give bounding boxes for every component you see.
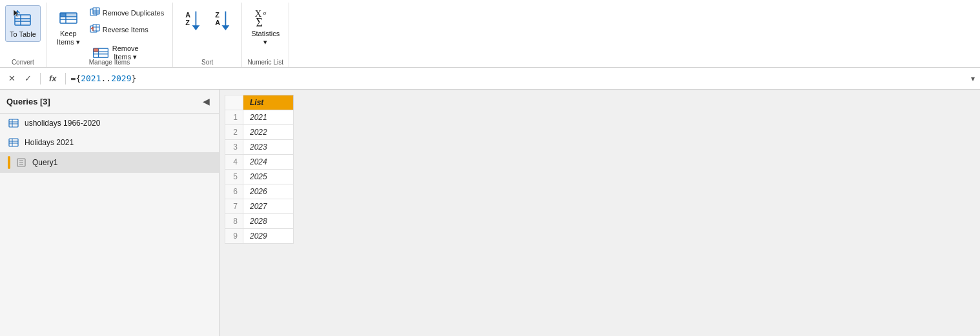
reverse-items-button[interactable]: Reverse Items — [87, 22, 167, 37]
row-value[interactable]: 2025 — [243, 170, 294, 184]
content-area: List 12021220223202342024520256202672027… — [219, 90, 980, 336]
row-number: 9 — [225, 229, 243, 244]
svg-rect-8 — [60, 13, 66, 17]
sort-asc-button[interactable]: A Z — [178, 8, 207, 34]
ribbon-group-sort: A Z Z A Sort — [173, 3, 242, 67]
sidebar-item-label-holidays2021: Holidays 2021 — [25, 138, 74, 147]
svg-rect-9 — [66, 13, 77, 17]
manage-items-group-label: Manage Items — [46, 59, 172, 66]
sort-buttons: A Z Z A — [178, 5, 236, 43]
keep-items-label: KeepItems ▾ — [57, 30, 80, 46]
sidebar-item-usholidays[interactable]: usholidays 1966-2020 — [0, 114, 219, 133]
row-number: 6 — [225, 184, 243, 199]
query-table-icon2 — [8, 137, 19, 148]
row-value[interactable]: 2026 — [243, 184, 294, 199]
statistics-button[interactable]: X σ Σ Statistics▾ — [247, 5, 283, 49]
data-table: List 12021220223202342024520256202672027… — [225, 95, 294, 244]
active-indicator — [8, 156, 10, 169]
sidebar-collapse-button[interactable]: ◀ — [200, 95, 212, 108]
svg-rect-38 — [9, 139, 18, 146]
remove-duplicates-button[interactable]: Remove Duplicates — [87, 5, 167, 21]
row-value[interactable]: 2029 — [243, 229, 294, 244]
remove-duplicates-icon — [90, 7, 100, 19]
ribbon-group-manage-items: KeepItems ▾ Remove Du — [46, 3, 173, 67]
table-row: 62026 — [225, 184, 294, 199]
formula-input[interactable]: = { 2021 .. 2029 } — [71, 74, 968, 83]
remove-duplicates-label: Remove Duplicates — [103, 9, 164, 17]
formula-expand-button[interactable]: ▾ — [971, 74, 975, 83]
table-row: 32023 — [225, 140, 294, 155]
list-header[interactable]: List — [243, 95, 294, 110]
table-row: 82028 — [225, 214, 294, 229]
table-row: 42024 — [225, 155, 294, 170]
reverse-items-label: Reverse Items — [103, 26, 148, 34]
confirm-icon: ✓ — [25, 74, 32, 83]
svg-rect-24 — [93, 48, 98, 52]
sidebar-item-query1[interactable]: Query1 — [0, 152, 219, 173]
row-number: 2 — [225, 125, 243, 140]
to-table-button[interactable]: To Table — [5, 5, 41, 42]
ribbon-group-numeric-list: X σ Σ Statistics▾ Numeric List — [242, 3, 289, 67]
row-number: 3 — [225, 140, 243, 155]
sidebar-header: Queries [3] ◀ — [0, 90, 219, 114]
table-row: 72027 — [225, 199, 294, 214]
table-row: 52025 — [225, 170, 294, 184]
keep-items-button[interactable]: KeepItems ▾ — [52, 5, 85, 49]
statistics-icon: X σ Σ — [255, 8, 276, 28]
sidebar: Queries [3] ◀ usholidays 1966-2020 — [0, 90, 219, 336]
statistics-buttons: X σ Σ Statistics▾ — [247, 5, 283, 64]
confirm-button[interactable]: ✓ — [21, 72, 35, 84]
statistics-label: Statistics▾ — [251, 30, 280, 46]
sidebar-item-holidays2021[interactable]: Holidays 2021 — [0, 133, 219, 152]
sidebar-item-label-query1: Query1 — [32, 158, 57, 167]
svg-text:Z: Z — [215, 11, 219, 19]
sort-asc-icon: A Z — [182, 10, 203, 31]
keep-items-icon — [58, 8, 79, 28]
row-value[interactable]: 2021 — [243, 110, 294, 125]
to-table-icon — [12, 8, 33, 29]
row-number: 7 — [225, 199, 243, 214]
row-value[interactable]: 2028 — [243, 214, 294, 229]
svg-text:Z: Z — [185, 19, 190, 26]
ribbon-group-convert: To Table Convert — [0, 3, 46, 67]
svg-text:Σ: Σ — [256, 16, 263, 29]
row-number: 8 — [225, 214, 243, 229]
ribbon: To Table Convert — [0, 0, 980, 68]
numeric-list-group-label: Numeric List — [242, 59, 289, 66]
table-row: 22022 — [225, 125, 294, 140]
cancel-button[interactable]: ✕ — [5, 72, 19, 84]
convert-group-label: Convert — [0, 59, 46, 66]
svg-text:A: A — [185, 11, 190, 19]
cancel-icon: ✕ — [8, 74, 15, 83]
sort-group-label: Sort — [173, 59, 241, 66]
sort-desc-icon: Z A — [212, 10, 232, 31]
table-row: 92029 — [225, 229, 294, 244]
sidebar-item-label-usholidays: usholidays 1966-2020 — [25, 119, 100, 128]
query-list-icon — [15, 157, 27, 168]
query-table-icon — [8, 117, 19, 129]
row-value[interactable]: 2024 — [243, 155, 294, 170]
reverse-items-icon — [90, 24, 100, 35]
manage-items-buttons: KeepItems ▾ Remove Du — [52, 5, 167, 81]
row-number: 4 — [225, 155, 243, 170]
sidebar-title: Queries [3] — [6, 97, 50, 106]
row-number: 1 — [225, 110, 243, 125]
table-row: 12021 — [225, 110, 294, 125]
row-value[interactable]: 2027 — [243, 199, 294, 214]
separator — [40, 73, 41, 84]
row-number: 5 — [225, 170, 243, 184]
svg-text:σ: σ — [263, 10, 267, 16]
main-area: Queries [3] ◀ usholidays 1966-2020 — [0, 90, 980, 336]
svg-text:A: A — [215, 19, 220, 26]
row-num-header — [225, 95, 243, 110]
svg-rect-34 — [9, 119, 18, 127]
sort-desc-button[interactable]: Z A — [208, 8, 236, 34]
row-value[interactable]: 2022 — [243, 125, 294, 140]
convert-buttons: To Table — [5, 5, 41, 64]
to-table-label: To Table — [10, 30, 36, 39]
row-value[interactable]: 2023 — [243, 140, 294, 155]
